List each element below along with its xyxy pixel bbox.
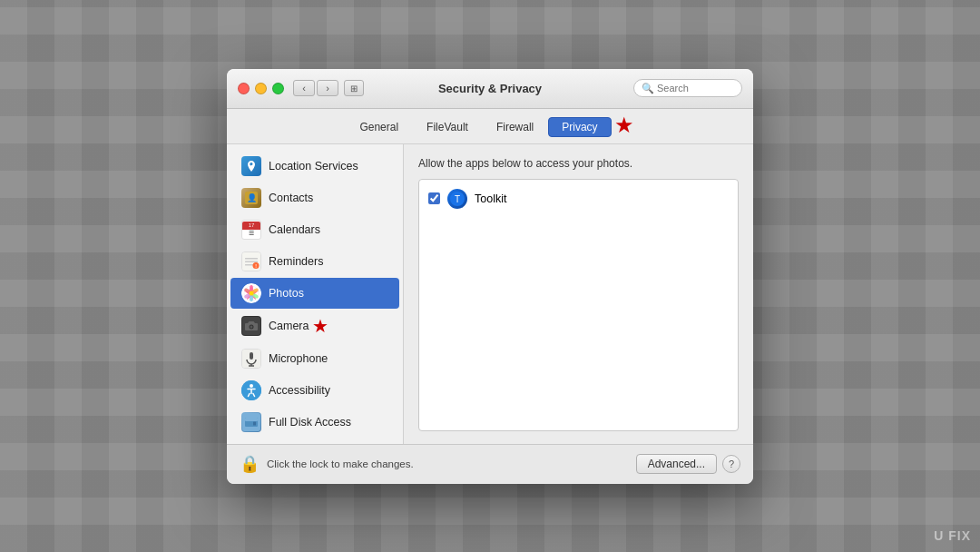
sidebar-label-photos: Photos: [269, 287, 304, 300]
sidebar-label-reminders: Reminders: [269, 255, 323, 268]
minimize-button[interactable]: [255, 83, 267, 94]
watermark: U FIX: [934, 528, 971, 543]
lock-icon: 🔒: [240, 454, 260, 474]
disk-icon: [241, 412, 261, 432]
search-bar: 🔍: [633, 79, 742, 97]
calendars-icon: 17 ☰: [241, 220, 261, 240]
location-icon: [241, 156, 261, 176]
toolkit-checkbox[interactable]: [428, 192, 440, 204]
photos-icon: [241, 283, 261, 303]
svg-point-10: [250, 285, 253, 291]
bottom-bar: 🔒 Click the lock to make changes. Advanc…: [227, 444, 753, 484]
maximize-button[interactable]: [272, 83, 284, 94]
sidebar: Location Services 👤 Contacts 17 ☰ Calend…: [227, 144, 404, 444]
toolkit-label: Toolkit: [475, 192, 506, 205]
sidebar-item-microphone[interactable]: Microphone: [230, 343, 399, 374]
microphone-icon: [241, 349, 261, 369]
reminders-icon: !: [241, 251, 261, 271]
main-content: Location Services 👤 Contacts 17 ☰ Calend…: [227, 144, 753, 444]
svg-rect-3: [245, 258, 258, 260]
sidebar-label-camera: Camera: [269, 320, 309, 332]
tabs-bar: General FileVault Firewall Privacy ★: [227, 109, 753, 144]
svg-point-16: [250, 291, 254, 295]
sidebar-item-camera[interactable]: Camera ★: [230, 310, 399, 342]
traffic-lights: [238, 83, 284, 94]
toolkit-icon: T: [447, 189, 467, 209]
svg-text:👤: 👤: [247, 192, 258, 203]
advanced-button[interactable]: Advanced...: [636, 454, 717, 474]
table-row: T Toolkit: [419, 183, 738, 214]
grid-button[interactable]: ⊞: [344, 80, 364, 96]
tab-firewall[interactable]: Firewall: [483, 117, 547, 137]
svg-text:T: T: [455, 194, 460, 204]
svg-rect-28: [245, 418, 258, 421]
panel-description: Allow the apps below to access your phot…: [418, 157, 739, 170]
sidebar-label-contacts: Contacts: [269, 192, 313, 204]
svg-point-25: [250, 384, 253, 388]
nav-buttons: ‹ ›: [293, 80, 338, 96]
svg-rect-4: [245, 261, 258, 262]
lock-label: Click the lock to make changes.: [267, 458, 636, 469]
close-button[interactable]: [238, 83, 250, 94]
svg-rect-21: [250, 352, 253, 360]
sidebar-item-accessibility[interactable]: Accessibility: [230, 375, 399, 406]
camera-icon: [241, 316, 261, 336]
accessibility-icon: [241, 380, 261, 400]
tab-filevault[interactable]: FileVault: [413, 117, 482, 137]
contacts-icon: 👤: [241, 188, 261, 208]
sidebar-label-calendars: Calendars: [269, 223, 320, 236]
forward-button[interactable]: ›: [317, 80, 338, 96]
back-button[interactable]: ‹: [293, 80, 315, 96]
svg-rect-29: [253, 421, 256, 425]
svg-point-19: [250, 325, 253, 328]
titlebar: ‹ › ⊞ Security & Privacy 🔍: [227, 69, 753, 109]
sidebar-item-location[interactable]: Location Services: [230, 151, 399, 182]
sidebar-item-contacts[interactable]: 👤 Contacts: [230, 182, 399, 213]
main-window: ‹ › ⊞ Security & Privacy 🔍 General FileV…: [227, 69, 753, 484]
search-icon: 🔍: [642, 83, 654, 94]
sidebar-label-location: Location Services: [269, 160, 358, 172]
svg-rect-5: [245, 264, 254, 266]
sidebar-item-calendars[interactable]: 17 ☰ Calendars: [230, 214, 399, 245]
tab-privacy[interactable]: Privacy: [548, 117, 611, 137]
right-panel: Allow the apps below to access your phot…: [404, 144, 753, 444]
sidebar-label-disk: Full Disk Access: [269, 416, 351, 429]
sidebar-label-microphone: Microphone: [269, 352, 328, 365]
sidebar-label-accessibility: Accessibility: [269, 384, 330, 397]
app-list: T Toolkit: [418, 179, 739, 431]
search-input[interactable]: [657, 83, 734, 94]
svg-point-13: [250, 295, 253, 301]
help-button[interactable]: ?: [722, 455, 740, 473]
sidebar-item-photos[interactable]: Photos: [230, 278, 399, 309]
star-annotation-camera: ★: [312, 315, 328, 337]
sidebar-item-reminders[interactable]: ! Reminders: [230, 246, 399, 277]
star-annotation-privacy: ★: [614, 113, 634, 138]
window-title: Security & Privacy: [438, 82, 542, 95]
tab-general[interactable]: General: [346, 117, 412, 137]
sidebar-item-disk[interactable]: Full Disk Access: [230, 407, 399, 438]
